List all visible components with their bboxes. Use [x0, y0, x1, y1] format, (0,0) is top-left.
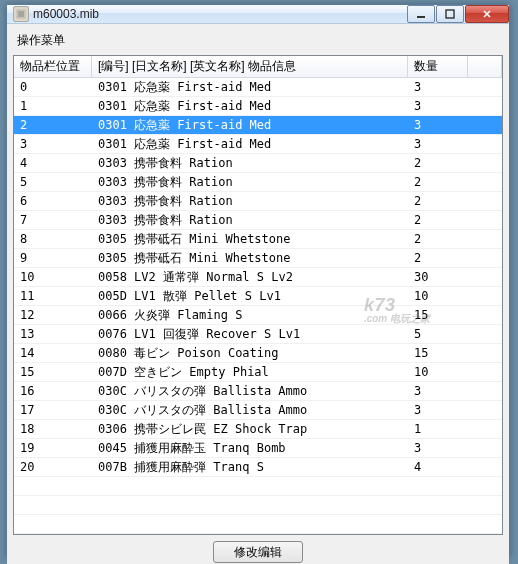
cell-item: 0301 応急薬 First-aid Med — [92, 135, 408, 153]
table-row[interactable]: 80305 携帯砥石 Mini Whetstone2 — [14, 230, 502, 249]
cell-item: 0080 毒ビン Poison Coating — [92, 344, 408, 362]
table-row[interactable]: 100058 LV2 通常弾 Normal S Lv230 — [14, 268, 502, 287]
cell-rest — [468, 287, 502, 305]
close-button[interactable] — [465, 5, 509, 23]
cell-position: 4 — [14, 154, 92, 172]
cell-rest — [468, 249, 502, 267]
cell-item: 007D 空きビン Empty Phial — [92, 363, 408, 381]
column-header-quantity[interactable]: 数量 — [408, 56, 468, 77]
table-row[interactable]: 20007B 捕獲用麻酔弾 Tranq S4 — [14, 458, 502, 477]
table-row[interactable]: 16030C バリスタの弾 Ballista Ammo3 — [14, 382, 502, 401]
cell-position: 16 — [14, 382, 92, 400]
cell-rest — [468, 306, 502, 324]
svg-rect-5 — [446, 10, 454, 18]
menu-bar: 操作菜单 — [13, 30, 503, 55]
cell-rest — [468, 325, 502, 343]
cell-quantity: 2 — [408, 192, 468, 210]
table-row[interactable]: 17030C バリスタの弾 Ballista Ammo3 — [14, 401, 502, 420]
table-row[interactable]: 120066 火炎弾 Flaming S15 — [14, 306, 502, 325]
cell-quantity: 2 — [408, 249, 468, 267]
grid-header: 物品栏位置 [编号] [日文名称] [英文名称] 物品信息 数量 — [14, 56, 502, 78]
cell-rest — [468, 211, 502, 229]
cell-quantity: 2 — [408, 154, 468, 172]
cell-rest — [468, 420, 502, 438]
cell-quantity: 4 — [408, 458, 468, 476]
cell-rest — [468, 382, 502, 400]
cell-item: 0303 携帯食料 Ration — [92, 192, 408, 210]
cell-item: 0066 火炎弾 Flaming S — [92, 306, 408, 324]
cell-position: 10 — [14, 268, 92, 286]
cell-quantity: 5 — [408, 325, 468, 343]
table-row[interactable]: 30301 応急薬 First-aid Med3 — [14, 135, 502, 154]
table-row[interactable]: 180306 携帯シビレ罠 EZ Shock Trap1 — [14, 420, 502, 439]
table-row[interactable]: 70303 携帯食料 Ration2 — [14, 211, 502, 230]
svg-rect-3 — [18, 16, 24, 17]
table-row-empty — [14, 477, 502, 496]
cell-item: 0045 捕獲用麻酔玉 Tranq Bomb — [92, 439, 408, 457]
cell-position: 2 — [14, 116, 92, 134]
maximize-button[interactable] — [436, 5, 464, 23]
cell-item: 005D LV1 散弾 Pellet S Lv1 — [92, 287, 408, 305]
cell-quantity: 3 — [408, 382, 468, 400]
cell-quantity: 2 — [408, 211, 468, 229]
cell-quantity: 30 — [408, 268, 468, 286]
cell-rest — [468, 230, 502, 248]
client-area: 操作菜单 物品栏位置 [编号] [日文名称] [英文名称] 物品信息 数量 00… — [7, 24, 509, 564]
table-row[interactable]: 60303 携帯食料 Ration2 — [14, 192, 502, 211]
cell-item: 030C バリスタの弾 Ballista Ammo — [92, 401, 408, 419]
cell-rest — [468, 78, 502, 96]
cell-position: 13 — [14, 325, 92, 343]
cell-item: 0305 携帯砥石 Mini Whetstone — [92, 230, 408, 248]
window-title: m60003.mib — [33, 7, 99, 21]
cell-item: 030C バリスタの弾 Ballista Ammo — [92, 382, 408, 400]
cell-item: 0301 応急薬 First-aid Med — [92, 97, 408, 115]
cell-rest — [468, 192, 502, 210]
cell-position: 19 — [14, 439, 92, 457]
table-row[interactable]: 140080 毒ビン Poison Coating15 — [14, 344, 502, 363]
table-row[interactable]: 50303 携帯食料 Ration2 — [14, 173, 502, 192]
table-row[interactable]: 10301 応急薬 First-aid Med3 — [14, 97, 502, 116]
menu-operations[interactable]: 操作菜单 — [17, 33, 65, 47]
svg-rect-4 — [417, 16, 425, 18]
cell-quantity: 10 — [408, 287, 468, 305]
cell-quantity: 3 — [408, 78, 468, 96]
table-row[interactable]: 15007D 空きビン Empty Phial10 — [14, 363, 502, 382]
cell-position: 3 — [14, 135, 92, 153]
column-header-position[interactable]: 物品栏位置 — [14, 56, 92, 77]
cell-position: 15 — [14, 363, 92, 381]
cell-item: 0076 LV1 回復弾 Recover S Lv1 — [92, 325, 408, 343]
cell-quantity: 3 — [408, 116, 468, 134]
data-grid: 物品栏位置 [编号] [日文名称] [英文名称] 物品信息 数量 00301 応… — [13, 55, 503, 535]
table-row-empty — [14, 515, 502, 534]
cell-rest — [468, 268, 502, 286]
titlebar[interactable]: m60003.mib — [7, 5, 509, 24]
cell-position: 9 — [14, 249, 92, 267]
cell-quantity: 10 — [408, 363, 468, 381]
table-row[interactable]: 20301 応急薬 First-aid Med3 — [14, 116, 502, 135]
cell-item: 0305 携帯砥石 Mini Whetstone — [92, 249, 408, 267]
cell-position: 20 — [14, 458, 92, 476]
cell-position: 6 — [14, 192, 92, 210]
column-header-item[interactable]: [编号] [日文名称] [英文名称] 物品信息 — [92, 56, 408, 77]
edit-button[interactable]: 修改编辑 — [213, 541, 303, 563]
table-row[interactable]: 00301 応急薬 First-aid Med3 — [14, 78, 502, 97]
cell-item: 0306 携帯シビレ罠 EZ Shock Trap — [92, 420, 408, 438]
cell-item: 0303 携帯食料 Ration — [92, 154, 408, 172]
column-header-rest[interactable] — [468, 56, 502, 77]
table-row[interactable]: 130076 LV1 回復弾 Recover S Lv15 — [14, 325, 502, 344]
cell-quantity: 2 — [408, 230, 468, 248]
cell-position: 14 — [14, 344, 92, 362]
cell-rest — [468, 154, 502, 172]
table-row[interactable]: 40303 携帯食料 Ration2 — [14, 154, 502, 173]
grid-body[interactable]: 00301 応急薬 First-aid Med310301 応急薬 First-… — [14, 78, 502, 534]
table-row[interactable]: 190045 捕獲用麻酔玉 Tranq Bomb3 — [14, 439, 502, 458]
cell-position: 12 — [14, 306, 92, 324]
minimize-button[interactable] — [407, 5, 435, 23]
table-row-empty — [14, 496, 502, 515]
cell-position: 0 — [14, 78, 92, 96]
app-icon — [13, 6, 29, 22]
table-row[interactable]: 90305 携帯砥石 Mini Whetstone2 — [14, 249, 502, 268]
table-row[interactable]: 11005D LV1 散弾 Pellet S Lv110 — [14, 287, 502, 306]
cell-item: 007B 捕獲用麻酔弾 Tranq S — [92, 458, 408, 476]
cell-rest — [468, 344, 502, 362]
